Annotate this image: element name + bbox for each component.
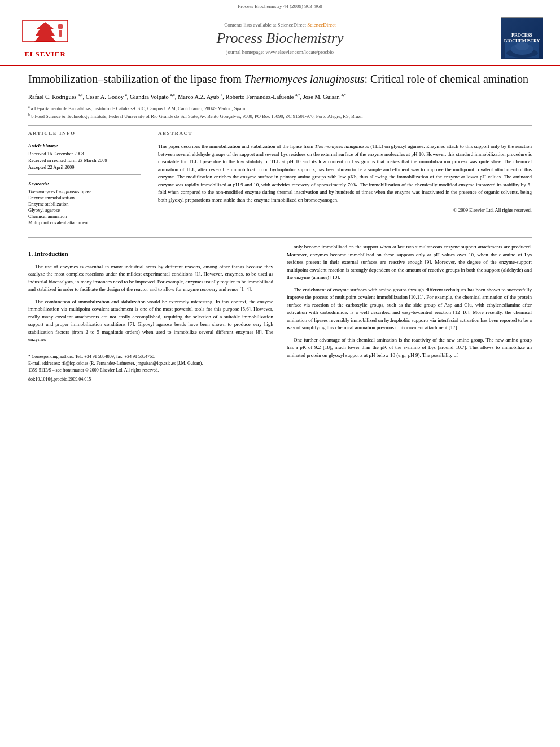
info-section: ARTICLE INFO Article history: Received 1… — [28, 130, 532, 226]
footnotes: * Corresponding authors. Tel.: +34 91 58… — [28, 350, 273, 383]
divider — [28, 125, 532, 126]
svg-marker-1 — [34, 22, 56, 42]
svg-point-2 — [58, 24, 63, 29]
article-info-header: ARTICLE INFO — [28, 130, 141, 138]
history-label: Article history: — [28, 143, 141, 148]
keyword-5: Chemical amination — [28, 213, 141, 219]
pb-logo-text2: BIOCHEMISTRY — [504, 38, 540, 44]
abstract-column: ABSTRACT This paper describes the immobi… — [158, 130, 532, 226]
abstract-text: This paper describes the immobilization … — [158, 143, 532, 204]
main-content: 1. Introduction The use of enzymes is es… — [28, 243, 532, 383]
affiliations: a a Departamento de Biocatálisis, Instit… — [28, 104, 532, 120]
footnote-asterisk: * Corresponding authors. Tel.: +34 91 58… — [28, 353, 273, 360]
left-column: 1. Introduction The use of enzymes is es… — [28, 243, 273, 383]
intro-paragraph-2: The combination of immobilization and st… — [28, 298, 273, 344]
copyright-line: © 2009 Elsevier Ltd. All rights reserved… — [158, 207, 532, 213]
authors: Rafael C. Rodrigues a,b, Cesar A. Godoy … — [28, 92, 532, 101]
elsevier-logo: ELSEVIER — [17, 18, 73, 59]
journal-homepage: journal homepage: www.elsevier.com/locat… — [73, 49, 487, 55]
journal-header: ELSEVIER Contents lists available at Sci… — [0, 11, 560, 66]
right-column: only become immobilized on the support w… — [287, 243, 532, 383]
journal-center: Contents lists available at ScienceDirec… — [73, 22, 487, 55]
journal-title: Process Biochemistry — [73, 30, 487, 47]
keyword-1: Thermomyces lanuginosus lipase — [28, 189, 141, 194]
journal-reference: Process Biochemistry 44 (2009) 963–968 — [0, 0, 560, 11]
article-body: Immobilization–stabilization of the lipa… — [0, 66, 560, 394]
right-paragraph-2: The enrichment of enzyme surfaces with a… — [287, 286, 532, 332]
right-paragraph-3: One further advantage of this chemical a… — [287, 337, 532, 360]
revised-date: Received in revised form 23 March 2009 — [28, 158, 141, 163]
doi-line: doi:10.1016/j.procbio.2009.04.015 — [28, 376, 273, 383]
article-title: Immobilization–stabilization of the lipa… — [28, 72, 532, 86]
sciencedirect-link[interactable]: ScienceDirect — [307, 22, 335, 28]
keyword-4: Glyoxyl agarose — [28, 207, 141, 213]
abstract-header: ABSTRACT — [158, 130, 532, 138]
svg-point-7 — [515, 42, 529, 50]
keywords-label: Keywords: — [28, 181, 141, 186]
introduction-title: 1. Introduction — [28, 249, 273, 259]
svg-rect-3 — [59, 30, 62, 37]
sciencedirect-line: Contents lists available at ScienceDirec… — [73, 22, 487, 28]
elsevier-tree-icon — [20, 18, 71, 49]
intro-paragraph-1: The use of enzymes is essential in many … — [28, 263, 273, 294]
pb-logo-text1: PROCESS — [511, 33, 532, 38]
main-divider — [28, 237, 532, 238]
journal-logo-right: PROCESS BIOCHEMISTRY — [487, 17, 543, 59]
pb-logo-box: PROCESS BIOCHEMISTRY — [501, 17, 543, 59]
issn-line: 1359-5113/$ – see front matter © 2009 El… — [28, 367, 273, 374]
keyword-6: Multipoint covalent attachment — [28, 220, 141, 225]
footnote-email: E-mail addresses: rfl@icp.csic.es (R. Fe… — [28, 360, 273, 367]
elsevier-wordmark: ELSEVIER — [24, 50, 66, 59]
keyword-2: Enzyme immobilization — [28, 195, 141, 200]
right-paragraph-1: only become immobilized on the support w… — [287, 243, 532, 282]
accepted-date: Accepted 22 April 2009 — [28, 164, 141, 170]
keyword-3: Enzyme stabilization — [28, 201, 141, 207]
keywords-divider — [28, 174, 141, 175]
article-info-column: ARTICLE INFO Article history: Received 1… — [28, 130, 141, 226]
received-date: Received 16 December 2008 — [28, 151, 141, 156]
